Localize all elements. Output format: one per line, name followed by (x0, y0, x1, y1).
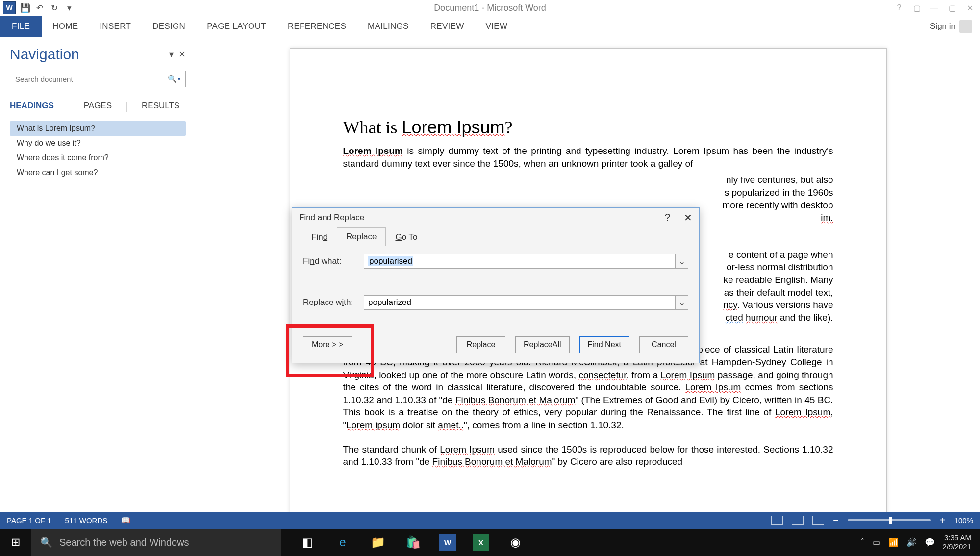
chevron-down-icon[interactable]: ⌄ (675, 254, 688, 268)
tab-view[interactable]: VIEW (475, 16, 519, 37)
dialog-help-icon[interactable]: ? (665, 212, 670, 224)
doc-paragraph: Lorem Ipsum is simply dummy text of the … (343, 145, 833, 170)
search-icon: 🔍 (40, 536, 52, 548)
replace-all-button[interactable]: Replace All (515, 336, 569, 353)
windows-taskbar: ⊞ 🔍 Search the web and Windows ◧ e 📁 🛍️ … (0, 529, 980, 556)
tray-chevron-icon[interactable]: ˄ (860, 537, 865, 548)
read-mode-icon[interactable] (771, 516, 783, 525)
zoom-in-button[interactable]: + (940, 515, 946, 526)
status-page-info[interactable]: PAGE 1 OF 1 (7, 516, 51, 525)
proofing-icon[interactable]: 📖 (121, 516, 130, 525)
more-button[interactable]: More > > (303, 336, 352, 353)
minimize-icon[interactable]: — (929, 3, 940, 13)
navigation-pane: Navigation ▾ ✕ 🔍▾ HEADINGS PAGES RESULTS… (0, 37, 196, 512)
nav-tab-results[interactable]: RESULTS (142, 101, 179, 114)
doc-fragment: im. (723, 211, 833, 224)
save-icon[interactable]: 💾 (20, 2, 30, 13)
find-what-value[interactable]: popularised (368, 256, 413, 266)
sign-in-link[interactable]: Sign in (930, 22, 955, 31)
qat-customize-icon[interactable]: ▾ (64, 2, 75, 13)
print-layout-icon[interactable] (792, 516, 804, 525)
chevron-down-icon[interactable]: ⌄ (675, 296, 688, 309)
taskbar-search[interactable]: 🔍 Search the web and Windows (31, 529, 281, 556)
doc-fragment: as their default model text, (723, 286, 833, 299)
undo-icon[interactable]: ↶ (34, 2, 45, 13)
taskbar-search-placeholder: Search the web and Windows (59, 537, 189, 548)
volume-icon[interactable]: 🔊 (906, 537, 917, 548)
redo-icon[interactable]: ↻ (49, 2, 60, 13)
nav-heading-item[interactable]: Where does it come from? (10, 151, 186, 165)
find-next-button[interactable]: Find Next (579, 336, 629, 353)
zoom-level[interactable]: 100% (955, 516, 973, 525)
doc-fragment: ke readable English. Many (723, 274, 833, 286)
status-bar: PAGE 1 OF 1 511 WORDS 📖 − + 100% (0, 512, 980, 529)
nav-search-input[interactable] (10, 71, 162, 87)
dialog-tab-replace[interactable]: Replace (337, 227, 386, 246)
battery-icon[interactable]: ▭ (873, 537, 880, 548)
doc-heading: What is Lorem Ipsum? (343, 117, 833, 138)
dialog-tab-goto[interactable]: Go To (386, 228, 427, 246)
nav-heading-item[interactable]: What is Lorem Ipsum? (10, 121, 186, 136)
dialog-tab-find[interactable]: Find (302, 228, 337, 246)
doc-fragment: cted humour and the like). (723, 311, 833, 324)
nav-search-box[interactable]: 🔍▾ (10, 71, 186, 87)
start-button[interactable]: ⊞ (0, 536, 31, 549)
replace-with-input[interactable] (364, 296, 675, 309)
word-icon[interactable]: W (439, 534, 456, 551)
nav-heading-item[interactable]: Where can I get some? (10, 165, 186, 180)
nav-heading-item[interactable]: Why do we use it? (10, 136, 186, 151)
nav-pane-title: Navigation (10, 46, 79, 63)
store-icon[interactable]: 🛍️ (404, 533, 423, 552)
replace-with-combo[interactable]: ⌄ (364, 295, 688, 310)
replace-button[interactable]: Replace (456, 336, 505, 353)
chrome-icon[interactable]: ◉ (506, 533, 525, 552)
nav-close-icon[interactable]: ✕ (178, 49, 186, 60)
web-layout-icon[interactable] (812, 516, 824, 525)
nav-dropdown-icon[interactable]: ▾ (169, 49, 174, 60)
avatar-icon[interactable] (959, 20, 972, 33)
edge-icon[interactable]: e (333, 533, 352, 552)
excel-icon[interactable]: X (473, 534, 489, 551)
doc-fragment: nly five centuries, but also (723, 174, 833, 186)
chevron-down-icon: ▾ (178, 76, 180, 82)
tab-page-layout[interactable]: PAGE LAYOUT (196, 16, 277, 37)
doc-fragment: e content of a page when (723, 249, 833, 261)
zoom-slider[interactable] (848, 519, 931, 521)
close-icon[interactable]: ✕ (964, 3, 975, 13)
nav-tab-headings[interactable]: HEADINGS (10, 101, 54, 114)
tab-references[interactable]: REFERENCES (277, 16, 357, 37)
tab-design[interactable]: DESIGN (142, 16, 196, 37)
doc-fragment: or-less normal distribution (723, 261, 833, 274)
cancel-button[interactable]: Cancel (639, 336, 688, 353)
tab-home[interactable]: HOME (42, 16, 89, 37)
tab-insert[interactable]: INSERT (89, 16, 142, 37)
find-replace-dialog: Find and Replace ? ✕ Find Replace Go To … (292, 207, 700, 363)
zoom-out-button[interactable]: − (833, 515, 839, 526)
action-center-icon[interactable]: 💬 (925, 537, 935, 548)
tab-file[interactable]: FILE (0, 16, 42, 37)
taskbar-clock[interactable]: 3:35 AM 2/9/2021 (943, 533, 971, 551)
nav-search-button[interactable]: 🔍▾ (162, 71, 185, 87)
dialog-title: Find and Replace (299, 213, 364, 223)
title-bar: W 💾 ↶ ↻ ▾ Document1 - Microsoft Word ? ▢… (0, 0, 980, 16)
ribbon-display-icon[interactable]: ▢ (911, 3, 922, 13)
wifi-icon[interactable]: 📶 (888, 537, 899, 548)
maximize-icon[interactable]: ▢ (947, 3, 957, 13)
tab-review[interactable]: REVIEW (420, 16, 475, 37)
doc-fragment: ncy. Various versions have (723, 299, 833, 311)
nav-tab-pages[interactable]: PAGES (84, 101, 112, 114)
help-icon[interactable]: ? (894, 3, 905, 13)
doc-paragraph: The standard chunk of Lorem Ipsum used s… (343, 443, 833, 468)
find-what-label: Find what: (303, 256, 364, 266)
word-logo-icon: W (3, 1, 16, 14)
file-explorer-icon[interactable]: 📁 (369, 533, 387, 552)
status-word-count[interactable]: 511 WORDS (65, 516, 108, 525)
search-icon: 🔍 (168, 75, 177, 83)
doc-fragment: more recently with desktop (723, 199, 833, 212)
window-title: Document1 - Microsoft Word (434, 3, 546, 13)
tab-mailings[interactable]: MAILINGS (357, 16, 420, 37)
task-view-icon[interactable]: ◧ (298, 533, 317, 552)
replace-with-label: Replace with: (303, 298, 364, 307)
find-what-combo[interactable]: popularised ⌄ (364, 254, 688, 269)
dialog-close-icon[interactable]: ✕ (684, 212, 692, 224)
